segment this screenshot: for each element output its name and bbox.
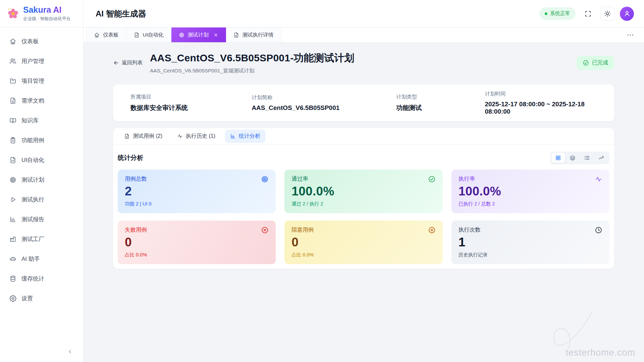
stat-card-value: 0 <box>291 235 435 249</box>
sidebar-item-folder[interactable]: 项目管理 <box>5 73 78 88</box>
sidebar-item-factory[interactable]: 测试工厂 <box>5 231 78 247</box>
stat-card-footer: 占比 0.0% <box>291 252 435 258</box>
stats-heading: 统计分析 <box>118 154 143 162</box>
sidebar-item-gear[interactable]: 设置 <box>5 291 78 306</box>
workspace-tab-file-text[interactable]: 测试执行详情 <box>226 27 281 42</box>
back-label: 返回列表 <box>122 59 143 66</box>
x-circle-icon <box>261 226 269 234</box>
sidebar-item-home[interactable]: 仪表板 <box>5 34 78 49</box>
main-column: AI 智能生成器 系统正常 仪表板UI自动化测试计划测试执行详情⋯ 返回列表 A… <box>84 0 644 362</box>
page-title: AAS_CentOS_V6.5B05SP001-功能测试计划 <box>150 51 577 65</box>
view-mode-list-button[interactable] <box>580 153 594 163</box>
stat-card-footer: 已执行 2 / 总数 2 <box>459 201 602 207</box>
home-icon <box>94 32 100 38</box>
workspace-tab-file-code[interactable]: UI自动化 <box>126 27 171 42</box>
sidebar-item-label: 功能用例 <box>21 136 44 144</box>
sidebar-item-label: 项目管理 <box>21 77 44 85</box>
stat-card-label: 执行率 <box>459 175 475 183</box>
detail-tab-activity[interactable]: 执行历史 (1) <box>172 130 220 143</box>
view-mode-layers-button[interactable] <box>566 153 579 163</box>
sidebar-item-database[interactable]: 缓存统计 <box>5 271 78 286</box>
stat-card-value: 2 <box>125 184 269 198</box>
users-icon <box>9 58 16 65</box>
info-field-value: AAS_CentOS_V6.5B05SP001 <box>252 104 396 112</box>
fullscreen-button[interactable] <box>581 7 595 21</box>
sidebar-collapse-button[interactable] <box>64 346 76 357</box>
stat-card-red: 失败用例0占比 0.0% <box>118 221 276 264</box>
sidebar-item-label: UI自动化 <box>21 156 44 164</box>
stat-card-footer: 占比 0.0% <box>125 252 269 258</box>
info-field-label: 计划类型 <box>396 94 485 101</box>
detail-tab-file-text[interactable]: 测试用例 (2) <box>119 130 167 143</box>
stat-card-purple: 执行率100.0%已执行 2 / 总数 2 <box>451 170 609 213</box>
bar-chart-icon <box>230 133 236 139</box>
sidebar-item-play[interactable]: 测试执行 <box>5 192 78 207</box>
book-open-icon <box>9 117 16 124</box>
file-text-icon <box>9 97 16 104</box>
header-buttons <box>581 7 634 21</box>
plan-status-badge: 已完成 <box>577 56 614 70</box>
brand: Sakura AI 企业级 · 智能自动化平台 <box>0 0 83 27</box>
sidebar-item-label: AI 助手 <box>21 255 40 263</box>
sidebar-item-book-open[interactable]: 知识库 <box>5 113 78 128</box>
layers-icon <box>570 155 576 161</box>
trending-icon <box>598 155 604 161</box>
close-icon[interactable] <box>213 33 218 38</box>
factory-icon <box>9 236 16 243</box>
workspace-tab-target[interactable]: 测试计划 <box>171 27 226 42</box>
tab-label: UI自动化 <box>143 32 164 39</box>
stat-card-yellow: 阻塞用例0占比 0.0% <box>284 221 442 264</box>
sidebar-item-file-code[interactable]: UI自动化 <box>5 152 78 168</box>
play-icon <box>9 196 16 203</box>
tabbar-more-button[interactable]: ⋯ <box>618 27 644 42</box>
stat-card-label: 通过率 <box>291 175 308 183</box>
sidebar-item-label: 需求文档 <box>21 97 44 105</box>
sidebar-item-label: 测试报告 <box>21 216 44 223</box>
workspace-tabbar: 仪表板UI自动化测试计划测试执行详情⋯ <box>84 27 644 43</box>
plan-info-card: 所属项目数据库安全审计系统计划简称AAS_CentOS_V6.5B05SP001… <box>113 84 614 121</box>
stats-cards-grid: 用例总数2功能 2 | UI 0通过率100.0%通过 2 / 执行 2执行率1… <box>113 170 614 264</box>
stat-card-head: 执行率 <box>459 175 602 183</box>
list-icon <box>584 155 590 161</box>
back-to-list-link[interactable]: 返回列表 <box>113 59 143 66</box>
status-dot-icon <box>545 12 547 15</box>
info-field: 计划简称AAS_CentOS_V6.5B05SP001 <box>252 94 396 112</box>
sidebar-item-label: 测试工厂 <box>21 235 44 243</box>
stat-card-head: 阻塞用例 <box>291 226 435 234</box>
target-icon <box>261 175 269 183</box>
theme-toggle-button[interactable] <box>600 7 614 21</box>
stat-card-label: 用例总数 <box>125 175 147 183</box>
tab-label: 仪表板 <box>103 32 119 39</box>
view-mode-trending-button[interactable] <box>595 153 608 163</box>
workspace-tab-home[interactable]: 仪表板 <box>86 27 126 42</box>
stat-card-value: 0 <box>125 235 269 249</box>
sidebar-item-label: 测试计划 <box>21 176 44 184</box>
bar-chart-icon <box>9 216 16 223</box>
sidebar-item-target[interactable]: 测试计划 <box>5 172 78 187</box>
target-icon <box>179 32 184 38</box>
activity-icon <box>595 175 602 183</box>
file-code-icon <box>134 32 140 38</box>
detail-tab-bar-chart[interactable]: 统计分析 <box>225 130 265 143</box>
stat-card-head: 失败用例 <box>125 226 269 234</box>
view-mode-grid-button[interactable] <box>551 153 565 163</box>
stat-card-head: 通过率 <box>291 175 435 183</box>
detail-tabs: 测试用例 (2)执行历史 (1)统计分析 <box>113 128 614 145</box>
detail-tab-label: 测试用例 (2) <box>133 133 162 140</box>
info-field: 计划类型功能测试 <box>396 94 485 112</box>
sidebar-item-users[interactable]: 用户管理 <box>5 53 78 69</box>
user-avatar-button[interactable] <box>620 7 634 21</box>
sidebar-item-clipboard[interactable]: 功能用例 <box>5 132 78 148</box>
sidebar-item-file-text[interactable]: 需求文档 <box>5 93 78 108</box>
brand-tagline: 企业级 · 智能自动化平台 <box>23 16 71 22</box>
sidebar-item-bot[interactable]: AI 助手 <box>5 251 78 266</box>
gear-icon <box>9 295 16 302</box>
title-block: AAS_CentOS_V6.5B05SP001-功能测试计划 AAS_CentO… <box>150 51 577 74</box>
stat-card-label: 阻塞用例 <box>291 226 314 234</box>
sidebar-item-bar-chart[interactable]: 测试报告 <box>5 212 78 227</box>
stat-card-value: 100.0% <box>459 184 602 198</box>
info-field-label: 计划时间 <box>485 90 597 98</box>
home-icon <box>9 38 16 45</box>
info-field: 计划时间2025-12-17 08:00:00 ~ 2025-12-18 08:… <box>485 90 597 115</box>
info-field-value: 数据库安全审计系统 <box>130 104 252 112</box>
